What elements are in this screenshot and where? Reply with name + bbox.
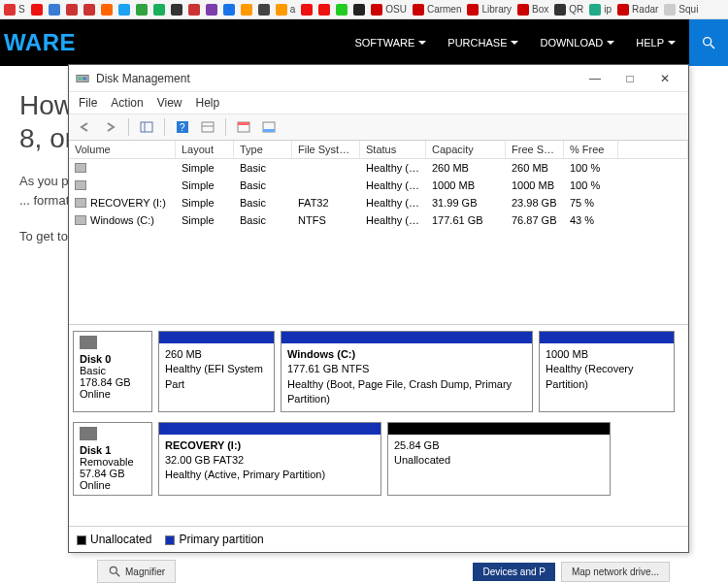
partition[interactable]: RECOVERY (I:)32.00 GB FAT32Healthy (Acti… [158,422,381,496]
col-capacity[interactable]: Capacity [426,141,506,158]
volume-row[interactable]: RECOVERY (I:)SimpleBasicFAT32Healthy (A.… [69,194,688,211]
bookmark-item[interactable] [31,4,43,16]
col-freespace[interactable]: Free Spa... [506,141,564,158]
col-filesystem[interactable]: File System [292,141,360,158]
legend-swatch-primary [165,535,175,545]
settings-button[interactable] [197,117,218,137]
chevron-down-icon [668,41,676,45]
volume-table-header: Volume Layout Type File System Status Ca… [69,141,688,159]
bookmark-item[interactable] [171,4,182,16]
bookmark-item[interactable] [336,4,347,16]
svg-text:?: ? [180,122,185,133]
volume-row[interactable]: SimpleBasicHealthy (R...1000 MB1000 MB10… [69,177,688,194]
drive-icon [75,180,86,190]
menu-view[interactable]: View [157,96,182,110]
bookmark-item[interactable] [353,4,365,16]
nav-software[interactable]: SOFTWARE [347,37,434,49]
back-button[interactable] [75,117,96,137]
partition[interactable]: 260 MBHealthy (EFI System Part [158,331,275,412]
disk-row: Disk 0Basic178.84 GBOnline260 MBHealthy … [73,331,684,412]
bookmark-item[interactable] [223,4,235,16]
bookmark-item[interactable] [118,4,130,16]
bookmark-item[interactable]: Carmen [413,4,462,16]
drive-icon [75,215,86,225]
nav-download[interactable]: DOWNLOAD [532,37,622,49]
col-type[interactable]: Type [234,141,292,158]
volume-table: Volume Layout Type File System Status Ca… [69,141,688,325]
svg-point-15 [110,567,116,573]
svg-rect-5 [141,122,152,132]
bookmark-item[interactable]: a [276,4,296,16]
drive-icon [75,198,86,208]
bookmark-item[interactable]: Squi [664,4,698,16]
bottom-strip: Magnifier Devices and P Map network driv… [97,560,670,583]
volume-row[interactable]: SimpleBasicHealthy (E...260 MB260 MB100 … [69,159,688,177]
legend-swatch-unallocated [77,535,86,545]
forward-button[interactable] [100,117,121,137]
col-volume[interactable]: Volume [69,141,176,158]
partition-stripe [159,423,381,435]
menubar: File Action View Help [69,92,688,114]
bookmark-item[interactable]: S [4,4,25,16]
col-layout[interactable]: Layout [176,141,234,158]
magnifier-icon [108,565,121,578]
partition-stripe [388,423,610,435]
bookmark-item[interactable] [66,4,78,16]
legend-label: Primary partition [179,533,263,546]
bookmark-item[interactable]: Library [467,4,512,16]
disk-row: Disk 1Removable57.84 GBOnlineRECOVERY (I… [73,422,684,496]
svg-line-1 [711,45,714,49]
col-status[interactable]: Status [360,141,426,158]
bookmark-item[interactable] [206,4,217,16]
tile-devices[interactable]: Devices and P [473,563,554,581]
bookmark-item[interactable] [49,4,60,16]
bookmark-item[interactable] [318,4,330,16]
browser-bookmarks-bar: S a OSU Carmen Library Box QR ip Radar S… [0,0,728,19]
tile-magnifier[interactable]: Magnifier [97,560,176,583]
bookmark-item[interactable]: ip [589,4,612,16]
window-title: Disk Management [96,72,190,85]
partition-stripe [540,332,674,343]
bookmark-item[interactable] [241,4,252,16]
volume-row[interactable]: Windows (C:)SimpleBasicNTFSHealthy (B...… [69,211,688,229]
partition[interactable]: Windows (C:)177.61 GB NTFSHealthy (Boot,… [281,331,533,412]
bookmark-item[interactable]: QR [554,4,583,16]
col-pctfree[interactable]: % Free [564,141,618,158]
bookmark-item[interactable]: Box [517,4,548,16]
window-minimize-button[interactable]: — [583,69,607,88]
bookmark-item[interactable] [101,4,113,16]
svg-rect-4 [83,77,86,81]
partition[interactable]: 25.84 GBUnallocated [387,422,611,496]
help-button[interactable]: ? [172,117,193,137]
svg-point-0 [704,38,711,46]
search-button[interactable] [689,19,728,66]
bookmark-item[interactable]: Radar [617,4,658,16]
disk-management-window: Disk Management — □ ✕ File Action View H… [68,64,689,553]
disk-icon [80,427,97,440]
view-top-button[interactable] [233,117,254,137]
bookmark-item[interactable] [83,4,95,16]
disk-map: Disk 0Basic178.84 GBOnline260 MBHealthy … [69,325,688,526]
bookmark-item[interactable] [188,4,200,16]
bookmark-item[interactable]: OSU [371,4,407,16]
view-bottom-button[interactable] [258,117,280,137]
tile-map-network-drive[interactable]: Map network drive... [561,562,670,582]
nav-help[interactable]: HELP [628,37,683,49]
bookmark-item[interactable] [153,4,165,16]
bookmark-item[interactable] [301,4,313,16]
window-close-button[interactable]: ✕ [653,69,677,88]
bookmark-item[interactable] [258,4,270,16]
site-navbar: WARE SOFTWARE PURCHASE DOWNLOAD HELP [0,19,728,66]
window-maximize-button[interactable]: □ [618,69,642,88]
show-hide-tree-button[interactable] [136,117,157,137]
menu-action[interactable]: Action [111,96,143,110]
menu-file[interactable]: File [79,96,97,110]
drive-icon [75,163,86,173]
disk-info[interactable]: Disk 1Removable57.84 GBOnline [73,422,152,496]
menu-help[interactable]: Help [196,96,220,110]
disk-info[interactable]: Disk 0Basic178.84 GBOnline [73,331,152,412]
nav-purchase[interactable]: PURCHASE [440,37,526,49]
bookmark-item[interactable] [136,4,148,16]
window-titlebar[interactable]: Disk Management — □ ✕ [69,65,688,92]
partition[interactable]: 1000 MBHealthy (Recovery Partition) [539,331,675,412]
